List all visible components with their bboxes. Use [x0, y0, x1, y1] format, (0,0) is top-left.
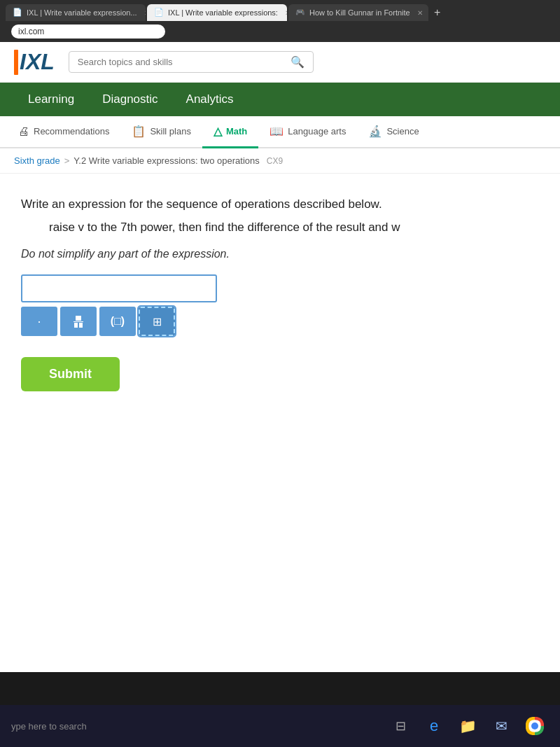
question-line2: raise v to the 7th power, then find the …	[49, 218, 539, 237]
fraction-icon	[74, 316, 83, 328]
subnav-recommendations[interactable]: 🖨 Recommendations	[7, 117, 120, 148]
content-area: Write an expression for the sequence of …	[0, 174, 560, 405]
language-arts-icon: 📖	[270, 125, 284, 138]
science-icon: 🔬	[368, 125, 382, 138]
nav-analytics[interactable]: Analytics	[172, 83, 248, 116]
nav-diagnostic[interactable]: Diagnostic	[88, 83, 172, 116]
subnav-skill-plans-label: Skill plans	[150, 126, 191, 137]
breadcrumb-skill: Y.2 Write variable expressions: two oper…	[74, 155, 259, 166]
main-nav: Learning Diagnostic Analytics	[0, 83, 560, 116]
math-input-container: · (□)	[21, 274, 539, 336]
math-answer-input[interactable]	[21, 274, 217, 302]
matrix-icon: ⊞	[153, 315, 162, 328]
search-input[interactable]	[78, 57, 290, 67]
address-bar-row: ixl.com	[6, 21, 554, 42]
subnav-skill-plans[interactable]: 📋 Skill plans	[120, 116, 202, 148]
ixl-logo: IXL	[14, 49, 55, 75]
taskbar-edge-icon[interactable]: e	[423, 715, 445, 737]
new-tab-button[interactable]: +	[430, 6, 444, 19]
math-icon: △	[214, 125, 222, 138]
ixl-header: IXL 🔍	[0, 42, 560, 83]
address-bar[interactable]: ixl.com	[11, 25, 165, 39]
tab-label-1: IXL | Write variable expression...	[27, 8, 137, 17]
nav-learning[interactable]: Learning	[14, 83, 88, 116]
tab-icon-3: 🎮	[295, 8, 305, 18]
tab-bar: 📄 IXL | Write variable expression... ✕ 📄…	[6, 4, 554, 21]
logo-bar	[14, 50, 18, 75]
ixl-site: IXL 🔍 Learning Diagnostic Analytics 🖨 Re…	[0, 42, 560, 672]
math-toolbar: · (□)	[21, 307, 539, 336]
taskbar: ype here to search ⊟ e 📁 ✉	[0, 705, 560, 747]
instruction-text: Do not simplify any part of the expressi…	[21, 248, 539, 260]
tab-label-3: How to Kill Gunnar in Fortnite	[309, 8, 410, 17]
subnav-science[interactable]: 🔬 Science	[357, 116, 430, 148]
subnav-science-label: Science	[386, 126, 419, 137]
recommendations-icon: 🖨	[18, 125, 29, 138]
tab-close-3[interactable]: ✕	[417, 9, 423, 17]
tab-ixl-1[interactable]: 📄 IXL | Write variable expression... ✕	[6, 4, 146, 21]
dot-icon: ·	[37, 314, 41, 329]
skill-plans-icon: 📋	[132, 125, 146, 138]
search-icon: 🔍	[290, 55, 304, 69]
tab-close-1[interactable]: ✕	[144, 9, 146, 17]
math-brackets-button[interactable]: (□)	[99, 307, 136, 336]
logo-text: IXL	[20, 49, 55, 75]
breadcrumb-grade[interactable]: Sixth grade	[14, 155, 60, 166]
math-fraction-button[interactable]	[60, 307, 97, 336]
tab-icon-2: 📄	[154, 8, 164, 18]
tab-ixl-2[interactable]: 📄 IXL | Write variable expressions: ✕	[147, 4, 287, 21]
breadcrumb: Sixth grade > Y.2 Write variable express…	[0, 148, 560, 174]
subnav-math-label: Math	[226, 126, 247, 137]
browser-chrome: 📄 IXL | Write variable expression... ✕ 📄…	[0, 0, 560, 42]
svg-point-1	[531, 722, 538, 729]
taskbar-search-area: ype here to search	[0, 705, 98, 747]
tab-icon-1: 📄	[13, 8, 22, 18]
taskbar-search-text: ype here to search	[11, 721, 87, 732]
search-container: 🔍	[69, 51, 314, 73]
math-matrix-button[interactable]: ⊞	[139, 307, 175, 336]
subnav-recommendations-label: Recommendations	[34, 126, 109, 137]
taskbar-mail-icon[interactable]: ✉	[490, 715, 512, 737]
breadcrumb-separator: >	[64, 155, 70, 166]
brackets-icon: (□)	[111, 315, 125, 328]
subnav: 🖨 Recommendations 📋 Skill plans △ Math 📖…	[0, 116, 560, 148]
taskbar-settings-icon[interactable]: ⊟	[389, 715, 412, 737]
subnav-math[interactable]: △ Math	[202, 116, 258, 148]
question-line1: Write an expression for the sequence of …	[21, 195, 539, 214]
tab-close-2[interactable]: ✕	[285, 9, 287, 17]
submit-button[interactable]: Submit	[21, 357, 120, 391]
math-dot-button[interactable]: ·	[21, 307, 57, 336]
subnav-language-arts-label: Language arts	[288, 126, 346, 137]
taskbar-folder-icon[interactable]: 📁	[456, 715, 479, 737]
subnav-language-arts[interactable]: 📖 Language arts	[258, 116, 357, 148]
breadcrumb-code: CX9	[267, 156, 283, 166]
tab-label-2: IXL | Write variable expressions:	[168, 8, 278, 17]
taskbar-chrome-icon[interactable]	[524, 715, 546, 737]
tab-fortnite[interactable]: 🎮 How to Kill Gunnar in Fortnite ✕	[288, 4, 428, 21]
